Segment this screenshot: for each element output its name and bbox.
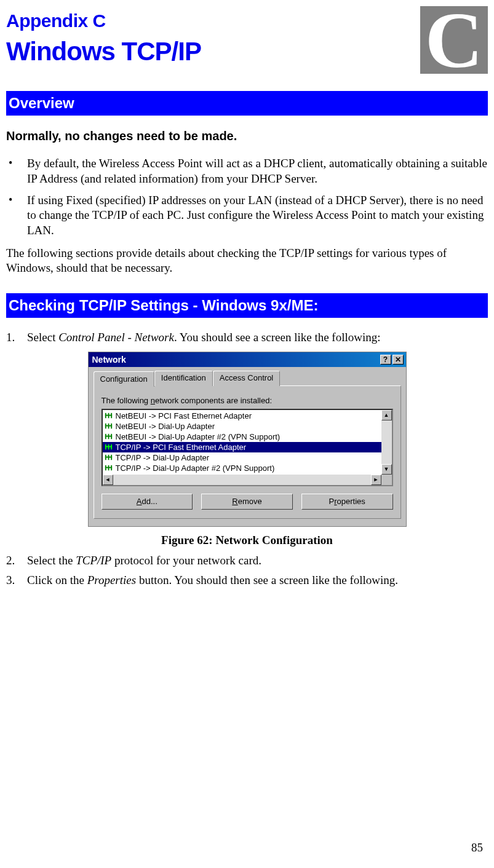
tab-configuration[interactable]: Configuration: [94, 371, 154, 387]
overview-following: The following sections provide details a…: [6, 246, 488, 276]
label-text: etwork components are installed:: [155, 396, 272, 405]
chapter-badge: C: [420, 6, 488, 74]
protocol-icon: [104, 464, 113, 473]
label-underline: n: [151, 396, 155, 405]
list-label: The following network components are ins…: [102, 396, 393, 406]
appendix-label: Appendix C: [6, 9, 420, 33]
protocol-icon: [104, 443, 113, 452]
bullet-item: If using Fixed (specified) IP addresses …: [6, 193, 488, 239]
scroll-down-icon[interactable]: ▼: [381, 464, 392, 475]
step-text: protocol for your network card.: [111, 554, 261, 567]
step-text: Select: [27, 331, 58, 344]
step-text: button. You should then see a screen lik…: [136, 574, 398, 586]
list-item-label: TCP/IP -> Dial-Up Adapter: [116, 452, 210, 463]
bullet-item: By default, the Wireless Access Point wi…: [6, 156, 488, 186]
step-item: Click on the Properties button. You shou…: [6, 573, 488, 588]
protocol-icon: [104, 411, 113, 420]
btn-text: emove: [238, 497, 262, 506]
horizontal-scrollbar[interactable]: ◄ ►: [103, 475, 381, 485]
step-item: Select the TCP/IP protocol for your netw…: [6, 553, 488, 569]
overview-heading: Overview: [6, 91, 488, 116]
close-button[interactable]: ✕: [392, 355, 404, 365]
step-italic: Properties: [87, 574, 137, 586]
remove-button[interactable]: Remove: [201, 494, 293, 510]
list-item[interactable]: TCP/IP -> Dial-Up Adapter #2 (VPN Suppor…: [103, 463, 392, 473]
dialog-titlebar: Network ? ✕: [89, 352, 406, 367]
overview-bullet-list: By default, the Wireless Access Point wi…: [6, 156, 488, 238]
vertical-scrollbar[interactable]: ▲ ▼: [381, 410, 392, 475]
step-italic: Control Panel - Network: [58, 331, 174, 344]
btn-underline: R: [232, 497, 237, 506]
protocol-icon: [104, 453, 113, 462]
list-item-label: NetBEUI -> Dial-Up Adapter #2 (VPN Suppo…: [116, 432, 281, 442]
overview-subheading: Normally, no changes need to be made.: [6, 128, 488, 144]
properties-button[interactable]: Properties: [301, 494, 393, 510]
dialog-title: Network: [91, 354, 126, 365]
step-text: . You should see a screen like the follo…: [174, 331, 381, 344]
checking-heading: Checking TCP/IP Settings - Windows 9x/ME…: [6, 293, 488, 318]
btn-text: dd...: [142, 497, 157, 506]
list-item-label: NetBEUI -> PCI Fast Ethernet Adapter: [116, 411, 252, 421]
step-text: Select the: [27, 554, 76, 567]
add-button[interactable]: Add...: [102, 494, 193, 510]
step-item: Select Control Panel - Network. You shou…: [6, 330, 488, 345]
tab-access-control[interactable]: Access Control: [213, 371, 280, 386]
tab-identification[interactable]: Identification: [154, 371, 213, 386]
tab-strip: Configuration Identification Access Cont…: [94, 371, 401, 386]
scrollbar-corner: [381, 475, 392, 485]
list-item-label: TCP/IP -> PCI Fast Ethernet Adapter: [116, 442, 247, 452]
scroll-left-icon[interactable]: ◄: [103, 475, 113, 485]
btn-text: P: [329, 497, 335, 506]
scroll-right-icon[interactable]: ►: [371, 475, 381, 485]
components-listbox[interactable]: NetBEUI -> PCI Fast Ethernet Adapter Net…: [102, 409, 393, 486]
scroll-up-icon[interactable]: ▲: [381, 410, 392, 420]
protocol-icon: [104, 432, 113, 441]
appendix-title: Windows TCP/IP: [6, 35, 420, 69]
list-item[interactable]: NetBEUI -> PCI Fast Ethernet Adapter: [103, 411, 392, 421]
protocol-icon: [104, 422, 113, 431]
list-item[interactable]: TCP/IP -> PCI Fast Ethernet Adapter: [103, 442, 392, 452]
btn-underline: A: [137, 497, 142, 506]
list-item[interactable]: NetBEUI -> Dial-Up Adapter #2 (VPN Suppo…: [103, 432, 392, 442]
list-item[interactable]: TCP/IP -> Dial-Up Adapter: [103, 452, 392, 463]
label-text: The following: [102, 396, 151, 405]
help-button[interactable]: ?: [380, 355, 391, 365]
list-item-label: NetBEUI -> Dial-Up Adapter: [116, 421, 215, 432]
list-item[interactable]: NetBEUI -> Dial-Up Adapter: [103, 421, 392, 432]
step-text: Click on the: [27, 574, 87, 586]
btn-text: operties: [337, 497, 365, 506]
list-item-label: TCP/IP -> Dial-Up Adapter #2 (VPN Suppor…: [116, 463, 275, 473]
figure-caption: Figure 62: Network Configuration: [6, 533, 488, 548]
step-italic: TCP/IP: [76, 554, 111, 567]
page-number: 85: [471, 840, 483, 856]
network-dialog: Network ? ✕ Configuration Identification…: [88, 352, 407, 527]
